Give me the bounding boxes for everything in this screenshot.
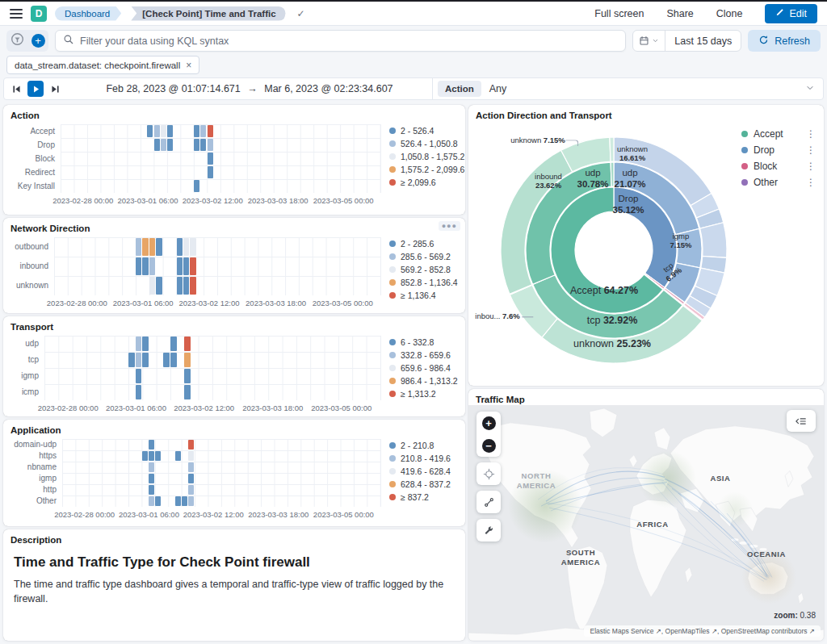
heatmap-cell[interactable]: [136, 385, 142, 399]
legend-item[interactable]: ≥ 1,136.4: [389, 291, 458, 300]
panel-options-icon[interactable]: ●●●: [439, 221, 460, 231]
legend-item[interactable]: 659.6 - 986.4: [389, 363, 458, 373]
heatmap-cell[interactable]: [149, 485, 154, 495]
heatmap-grid[interactable]: [54, 237, 381, 295]
legend-item[interactable]: 2 - 210.8: [389, 441, 458, 450]
legend-item[interactable]: 628.4 - 837.2: [389, 479, 458, 489]
map-layers-toggle-icon[interactable]: [787, 410, 816, 432]
heatmap-cell[interactable]: [188, 474, 194, 483]
legend-item[interactable]: ≥ 1,313.2: [389, 389, 458, 399]
heatmap-cell[interactable]: [155, 451, 161, 461]
heatmap-cell[interactable]: [154, 125, 160, 137]
heatmap-cell[interactable]: [183, 257, 189, 275]
pie-legend-item[interactable]: Accept⋮: [741, 126, 816, 142]
filter-pill-datastream[interactable]: data_stream.dataset: checkpoint.firewall…: [6, 56, 199, 74]
calendar-button[interactable]: [633, 31, 665, 51]
heatmap-cell[interactable]: [170, 353, 177, 367]
legend-item[interactable]: 210.8 - 419.6: [389, 454, 458, 463]
heatmap-cell[interactable]: [188, 485, 194, 495]
heatmap-cell[interactable]: [175, 451, 181, 461]
heatmap-cell[interactable]: [161, 125, 166, 137]
heatmap-cell[interactable]: [142, 238, 148, 256]
action-filter-control[interactable]: Action Any: [432, 78, 823, 99]
heatmap-cell[interactable]: [149, 451, 154, 461]
edit-button[interactable]: Edit: [765, 4, 817, 23]
heatmap-cell[interactable]: [155, 496, 161, 506]
heatmap-cell[interactable]: [167, 125, 173, 137]
heatmap-cell[interactable]: [177, 238, 183, 256]
heatmap-cell[interactable]: [190, 277, 195, 295]
legend-item[interactable]: 285.6 - 569.2: [389, 252, 458, 261]
map-tools-icon[interactable]: [476, 519, 501, 542]
heatmap-cell[interactable]: [149, 462, 154, 472]
action-heatmap[interactable]: AcceptDropBlockRedirectKey Install2023-0…: [10, 124, 458, 204]
legend-item[interactable]: 986.4 - 1,313.2: [389, 376, 458, 386]
sunburst-segment[interactable]: [611, 162, 614, 186]
legend-item-menu-icon[interactable]: ⋮: [806, 144, 816, 156]
heatmap-cell[interactable]: [190, 238, 195, 256]
time-picker[interactable]: Last 15 days: [632, 30, 741, 52]
heatmap-cell[interactable]: [163, 353, 170, 367]
heatmap-cell[interactable]: [184, 337, 191, 351]
heatmap-cell[interactable]: [149, 257, 155, 275]
legend-item[interactable]: 2 - 526.4: [389, 126, 458, 136]
legend-item[interactable]: 6 - 332.8: [389, 337, 458, 347]
heatmap-cell[interactable]: [208, 166, 213, 178]
heatmap-cell[interactable]: [149, 440, 154, 450]
heatmap-cell[interactable]: [194, 180, 199, 192]
heatmap-cell[interactable]: [167, 139, 173, 151]
legend-item[interactable]: 1,575.2 - 2,099.6: [389, 165, 458, 174]
play-button[interactable]: [27, 81, 44, 97]
legend-item[interactable]: 852.8 - 1,136.4: [389, 278, 458, 287]
legend-item[interactable]: ≥ 2,099.6: [389, 178, 458, 187]
heatmap-cell[interactable]: [177, 277, 183, 295]
network-direction-heatmap[interactable]: outboundinboundunknown2023-02-28 00:0020…: [10, 237, 458, 307]
pie-legend-item[interactable]: Other⋮: [741, 174, 816, 190]
legend-item-menu-icon[interactable]: ⋮: [806, 177, 816, 188]
sunburst-segment[interactable]: [700, 223, 727, 258]
legend-item-menu-icon[interactable]: ⋮: [806, 128, 816, 140]
heatmap-cell[interactable]: [194, 139, 199, 151]
share-link[interactable]: Share: [666, 8, 693, 19]
legend-item-menu-icon[interactable]: ⋮: [806, 161, 816, 172]
map-measure-icon[interactable]: [476, 491, 501, 513]
heatmap-cell[interactable]: [142, 353, 149, 367]
heatmap-cell[interactable]: [188, 496, 194, 506]
heatmap-cell[interactable]: [183, 277, 189, 295]
heatmap-cell[interactable]: [136, 238, 141, 256]
transport-heatmap[interactable]: udptcpigmpicmp2023-02-28 00:002023-03-01…: [10, 336, 458, 412]
clone-link[interactable]: Clone: [716, 8, 743, 19]
heatmap-cell[interactable]: [188, 440, 194, 450]
legend-item[interactable]: 332.8 - 659.6: [389, 350, 458, 360]
heatmap-cell[interactable]: [182, 496, 187, 506]
full-screen-link[interactable]: Full screen: [594, 8, 644, 19]
heatmap-cell[interactable]: [156, 277, 162, 295]
heatmap-cell[interactable]: [142, 337, 149, 351]
heatmap-cell[interactable]: [184, 369, 191, 383]
breadcrumb-current-dashboard[interactable]: [Check Point] Time and Traffic: [131, 6, 285, 21]
heatmap-cell[interactable]: [175, 496, 181, 506]
heatmap-cell[interactable]: [156, 238, 162, 256]
heatmap-cell[interactable]: [200, 139, 206, 151]
world-map[interactable]: zoom: 0.38 Elastic Maps Service ↗, OpenM…: [468, 405, 824, 641]
heatmap-cell[interactable]: [149, 277, 155, 295]
heatmap-cell[interactable]: [136, 353, 142, 367]
heatmap-cell[interactable]: [128, 353, 135, 367]
sunburst-segment[interactable]: [610, 137, 614, 161]
heatmap-cell[interactable]: [208, 139, 213, 151]
heatmap-cell[interactable]: [177, 257, 183, 275]
heatmap-cell[interactable]: [200, 125, 206, 137]
heatmap-cell[interactable]: [183, 238, 189, 256]
heatmap-cell[interactable]: [194, 125, 199, 137]
heatmap-cell[interactable]: [142, 257, 148, 275]
legend-item[interactable]: 526.4 - 1,050.8: [389, 139, 458, 148]
legend-item[interactable]: 569.2 - 852.8: [389, 265, 458, 274]
saved-query-icon[interactable]: [10, 32, 24, 49]
heatmap-cell[interactable]: [149, 238, 155, 256]
heatmap-cell[interactable]: [190, 257, 195, 275]
heatmap-cell[interactable]: [136, 257, 141, 275]
heatmap-cell[interactable]: [154, 139, 160, 151]
add-filter-icon[interactable]: +: [31, 34, 45, 48]
map-set-view-icon[interactable]: [476, 462, 501, 485]
heatmap-cell[interactable]: [147, 125, 153, 137]
